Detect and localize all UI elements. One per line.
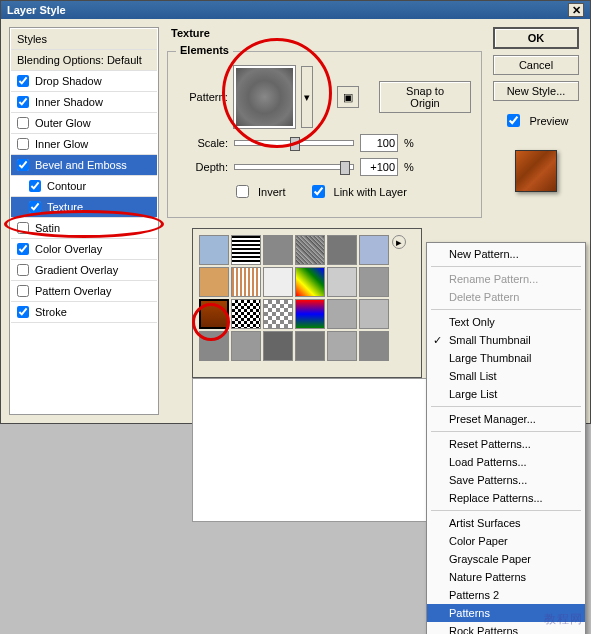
depth-input[interactable] [360, 158, 398, 176]
pattern-cell[interactable] [295, 267, 325, 297]
menu-replace-patterns[interactable]: Replace Patterns... [427, 489, 585, 507]
chevron-down-icon: ▾ [304, 91, 310, 104]
cancel-button[interactable]: Cancel [493, 55, 579, 75]
pattern-cell[interactable] [199, 235, 229, 265]
slider-thumb[interactable] [340, 161, 350, 175]
link-checkbox[interactable] [312, 185, 325, 198]
menu-artist-surfaces[interactable]: Artist Surfaces [427, 514, 585, 532]
menu-preset-manager[interactable]: Preset Manager... [427, 410, 585, 428]
new-style-button[interactable]: New Style... [493, 81, 579, 101]
pattern-cell[interactable] [327, 235, 357, 265]
menu-new-pattern[interactable]: New Pattern... [427, 245, 585, 263]
checkbox[interactable] [17, 117, 29, 129]
pattern-cell[interactable] [359, 267, 389, 297]
style-gradient-overlay[interactable]: Gradient Overlay [11, 260, 157, 281]
pattern-cell[interactable] [359, 235, 389, 265]
depth-slider[interactable] [234, 164, 354, 170]
checkbox[interactable] [17, 264, 29, 276]
elements-legend: Elements [176, 44, 233, 56]
styles-list: Styles Blending Options: Default Drop Sh… [9, 27, 159, 415]
scale-slider[interactable] [234, 140, 354, 146]
checkbox[interactable] [29, 201, 41, 213]
checkbox[interactable] [17, 285, 29, 297]
pattern-swatch[interactable] [234, 66, 296, 128]
close-button[interactable]: ✕ [568, 3, 584, 17]
style-drop-shadow[interactable]: Drop Shadow [11, 71, 157, 92]
menu-separator [431, 431, 581, 432]
pattern-cell[interactable] [263, 267, 293, 297]
pattern-cell[interactable] [295, 299, 325, 329]
styles-header[interactable]: Styles [11, 29, 157, 50]
checkbox[interactable] [17, 222, 29, 234]
style-contour[interactable]: Contour [11, 176, 157, 197]
menu-small-list[interactable]: Small List [427, 367, 585, 385]
menu-patterns-2[interactable]: Patterns 2 [427, 586, 585, 604]
preview-label: Preview [529, 115, 568, 127]
pattern-cell[interactable] [295, 331, 325, 361]
blending-options[interactable]: Blending Options: Default [11, 50, 157, 71]
pattern-cell[interactable] [327, 331, 357, 361]
menu-separator [431, 309, 581, 310]
style-inner-shadow[interactable]: Inner Shadow [11, 92, 157, 113]
menu-large-list[interactable]: Large List [427, 385, 585, 403]
menu-save-patterns[interactable]: Save Patterns... [427, 471, 585, 489]
checkbox[interactable] [17, 306, 29, 318]
slider-thumb[interactable] [290, 137, 300, 151]
pattern-cell[interactable] [199, 267, 229, 297]
menu-separator [431, 266, 581, 267]
menu-text-only[interactable]: Text Only [427, 313, 585, 331]
pattern-cell[interactable] [231, 299, 261, 329]
preview-swatch [515, 150, 557, 192]
menu-load-patterns[interactable]: Load Patterns... [427, 453, 585, 471]
menu-nature-patterns[interactable]: Nature Patterns [427, 568, 585, 586]
checkbox[interactable] [17, 138, 29, 150]
menu-rename-pattern: Rename Pattern... [427, 270, 585, 288]
checkbox[interactable] [17, 159, 29, 171]
depth-label: Depth: [178, 161, 228, 173]
style-texture[interactable]: Texture [11, 197, 157, 218]
pattern-cell[interactable] [263, 331, 293, 361]
style-satin[interactable]: Satin [11, 218, 157, 239]
pattern-context-menu: New Pattern... Rename Pattern... Delete … [426, 242, 586, 634]
pattern-cell[interactable] [327, 267, 357, 297]
pattern-cell[interactable] [295, 235, 325, 265]
style-inner-glow[interactable]: Inner Glow [11, 134, 157, 155]
titlebar: Layer Style ✕ [1, 1, 590, 19]
snap-to-origin-button[interactable]: Snap to Origin [379, 81, 471, 113]
style-stroke[interactable]: Stroke [11, 302, 157, 323]
checkbox[interactable] [17, 96, 29, 108]
menu-reset-patterns[interactable]: Reset Patterns... [427, 435, 585, 453]
pattern-cell[interactable] [199, 331, 229, 361]
checkbox[interactable] [17, 243, 29, 255]
pattern-cell[interactable] [231, 267, 261, 297]
style-pattern-overlay[interactable]: Pattern Overlay [11, 281, 157, 302]
scale-input[interactable] [360, 134, 398, 152]
invert-checkbox[interactable] [236, 185, 249, 198]
style-outer-glow[interactable]: Outer Glow [11, 113, 157, 134]
pattern-cell[interactable] [231, 235, 261, 265]
pattern-cell[interactable] [263, 299, 293, 329]
menu-grayscale-paper[interactable]: Grayscale Paper [427, 550, 585, 568]
new-preset-icon: ▣ [343, 91, 353, 104]
menu-separator [431, 510, 581, 511]
new-preset-button[interactable]: ▣ [337, 86, 359, 108]
menu-small-thumbnail[interactable]: ✓Small Thumbnail [427, 331, 585, 349]
pattern-cell[interactable] [359, 331, 389, 361]
style-color-overlay[interactable]: Color Overlay [11, 239, 157, 260]
pattern-cell[interactable] [359, 299, 389, 329]
preview-checkbox[interactable] [507, 114, 520, 127]
checkbox[interactable] [29, 180, 41, 192]
pattern-cell[interactable] [327, 299, 357, 329]
pattern-dropdown[interactable]: ▾ [301, 66, 313, 128]
style-bevel-emboss[interactable]: Bevel and Emboss [11, 155, 157, 176]
arrow-right-icon: ▸ [396, 236, 402, 249]
menu-large-thumbnail[interactable]: Large Thumbnail [427, 349, 585, 367]
pattern-cell-selected[interactable] [199, 299, 229, 329]
picker-menu-button[interactable]: ▸ [392, 235, 406, 249]
dialog-title: Layer Style [7, 4, 66, 16]
checkbox[interactable] [17, 75, 29, 87]
pattern-cell[interactable] [231, 331, 261, 361]
pattern-cell[interactable] [263, 235, 293, 265]
ok-button[interactable]: OK [493, 27, 579, 49]
menu-color-paper[interactable]: Color Paper [427, 532, 585, 550]
